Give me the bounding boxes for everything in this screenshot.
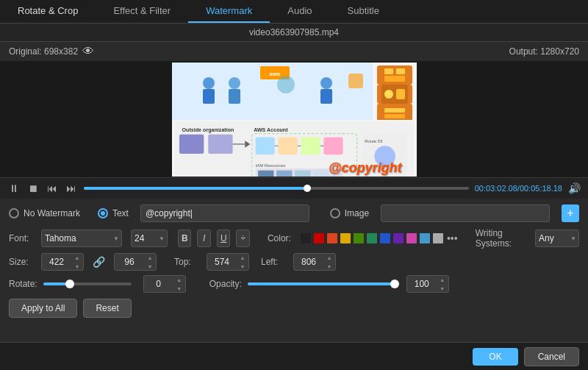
- svg-text:Outside organization: Outside organization: [182, 127, 234, 133]
- size-height-spinbox[interactable]: ▲ ▼: [114, 253, 157, 271]
- next-button[interactable]: ⏭: [65, 182, 78, 194]
- controls-bar: ⏸ ⏹ ⏮ ⏭ 00:03:02.08/00:05:18.18 🔊: [0, 177, 588, 199]
- svg-rect-32: [301, 137, 320, 154]
- size-label: Size:: [9, 257, 35, 267]
- left-up[interactable]: ▲: [323, 253, 335, 262]
- svg-point-3: [203, 77, 215, 89]
- svg-rect-4: [203, 89, 215, 104]
- no-watermark-radio[interactable]: [9, 208, 19, 218]
- writing-systems-select[interactable]: Any Latin CJK: [535, 230, 579, 247]
- size-height-input[interactable]: [115, 257, 144, 267]
- strikethrough-button[interactable]: ÷: [236, 230, 249, 247]
- font-row: Font: Tahoma Arial Times New Roman 24 12…: [9, 228, 579, 249]
- color-pink[interactable]: [406, 233, 417, 243]
- fontsize-select[interactable]: 24 12 18 36: [131, 230, 168, 247]
- font-select[interactable]: Tahoma Arial Times New Roman: [41, 230, 122, 247]
- tab-rotate-crop[interactable]: Rotate & Crop: [0, 0, 96, 23]
- left-input[interactable]: [294, 257, 323, 267]
- top-input[interactable]: [207, 257, 237, 267]
- rotate-spinbox[interactable]: ▲ ▼: [143, 275, 186, 293]
- rotate-label: Rotate:: [9, 279, 37, 289]
- add-image-button[interactable]: +: [562, 204, 579, 222]
- writing-systems-label: Writing Systems:: [476, 228, 525, 249]
- image-watermark-radio[interactable]: [330, 208, 340, 218]
- font-label: Font:: [9, 233, 35, 243]
- underline-button[interactable]: U: [217, 230, 230, 247]
- opacity-down[interactable]: ▼: [437, 284, 448, 293]
- opacity-slider[interactable]: [248, 282, 395, 285]
- opacity-label: Opacity:: [209, 279, 242, 289]
- color-yellow[interactable]: [340, 233, 351, 243]
- rotate-input[interactable]: [144, 279, 173, 289]
- color-swatches: •••: [300, 232, 458, 244]
- reset-button[interactable]: Reset: [83, 299, 131, 318]
- color-blue[interactable]: [380, 233, 390, 243]
- rotate-up[interactable]: ▲: [173, 275, 185, 284]
- cancel-button[interactable]: Cancel: [524, 347, 579, 366]
- tab-subtitle[interactable]: Subtitle: [330, 0, 397, 23]
- size-width-up[interactable]: ▲: [71, 253, 83, 262]
- progress-thumb[interactable]: [304, 185, 311, 192]
- color-red[interactable]: [314, 233, 324, 243]
- left-down[interactable]: ▼: [323, 262, 335, 271]
- svg-text:AWS Account: AWS Account: [254, 127, 288, 133]
- writing-systems-wrapper[interactable]: Any Latin CJK: [535, 230, 579, 247]
- eye-icon[interactable]: 👁: [82, 45, 94, 58]
- apply-to-all-button[interactable]: Apply to All: [9, 299, 77, 318]
- left-label: Left:: [261, 257, 287, 267]
- italic-button[interactable]: I: [197, 230, 210, 247]
- tab-watermark[interactable]: Watermark: [188, 0, 270, 23]
- color-teal[interactable]: [367, 233, 377, 243]
- volume-icon[interactable]: 🔊: [568, 182, 581, 194]
- tab-audio[interactable]: Audio: [270, 0, 329, 23]
- image-watermark-option[interactable]: Image: [330, 208, 369, 218]
- color-orange-red[interactable]: [327, 233, 337, 243]
- svg-rect-42: [313, 170, 329, 176]
- original-size: Original: 698x382: [9, 46, 78, 57]
- info-bar: Original: 698x382 👁 Output: 1280x720: [0, 42, 588, 61]
- prev-button[interactable]: ⏮: [46, 182, 59, 194]
- size-width-input[interactable]: [42, 257, 71, 267]
- output-size: Output: 1280x720: [509, 46, 579, 57]
- color-green[interactable]: [354, 233, 364, 243]
- size-width-spinbox[interactable]: ▲ ▼: [41, 253, 84, 271]
- no-watermark-option[interactable]: No Watermark: [9, 208, 80, 218]
- color-purple[interactable]: [393, 233, 404, 243]
- top-spinbox[interactable]: ▲ ▼: [207, 253, 249, 271]
- left-spinbox[interactable]: ▲ ▼: [293, 253, 336, 271]
- color-label: Color:: [268, 233, 291, 243]
- fontsize-select-wrapper[interactable]: 24 12 18 36: [131, 230, 168, 247]
- svg-point-17: [384, 90, 393, 99]
- color-gray[interactable]: [433, 233, 443, 243]
- image-watermark-input[interactable]: [381, 204, 550, 222]
- font-select-wrapper[interactable]: Tahoma Arial Times New Roman: [41, 230, 122, 247]
- opacity-input[interactable]: [407, 279, 437, 289]
- svg-rect-24: [179, 134, 203, 153]
- text-watermark-option[interactable]: Text: [98, 208, 129, 218]
- size-height-down[interactable]: ▼: [144, 262, 156, 271]
- svg-rect-30: [255, 137, 274, 154]
- bold-button[interactable]: B: [178, 230, 191, 247]
- rotate-slider[interactable]: [43, 282, 132, 285]
- tab-effect-filter[interactable]: Effect & Filter: [96, 0, 188, 23]
- text-watermark-radio[interactable]: [98, 208, 108, 218]
- color-black[interactable]: [301, 233, 311, 243]
- color-light-blue[interactable]: [420, 233, 430, 243]
- size-height-up[interactable]: ▲: [144, 253, 156, 262]
- watermark-type-row: No Watermark Text Image +: [9, 204, 579, 222]
- pause-button[interactable]: ⏸: [7, 182, 21, 194]
- ok-button[interactable]: OK: [473, 348, 517, 366]
- stop-button[interactable]: ⏹: [26, 182, 40, 194]
- svg-rect-41: [295, 170, 310, 176]
- size-width-down[interactable]: ▼: [71, 262, 83, 271]
- link-dimensions-icon[interactable]: 🔗: [93, 256, 105, 268]
- opacity-up[interactable]: ▲: [437, 275, 448, 284]
- opacity-spinbox[interactable]: ▲ ▼: [406, 275, 449, 293]
- top-up[interactable]: ▲: [237, 253, 248, 262]
- svg-rect-15: [384, 76, 405, 82]
- top-down[interactable]: ▼: [237, 262, 248, 271]
- rotate-down[interactable]: ▼: [173, 284, 185, 293]
- progress-bar[interactable]: [84, 187, 469, 190]
- text-watermark-input[interactable]: [140, 204, 309, 222]
- more-colors-button[interactable]: •••: [447, 232, 458, 244]
